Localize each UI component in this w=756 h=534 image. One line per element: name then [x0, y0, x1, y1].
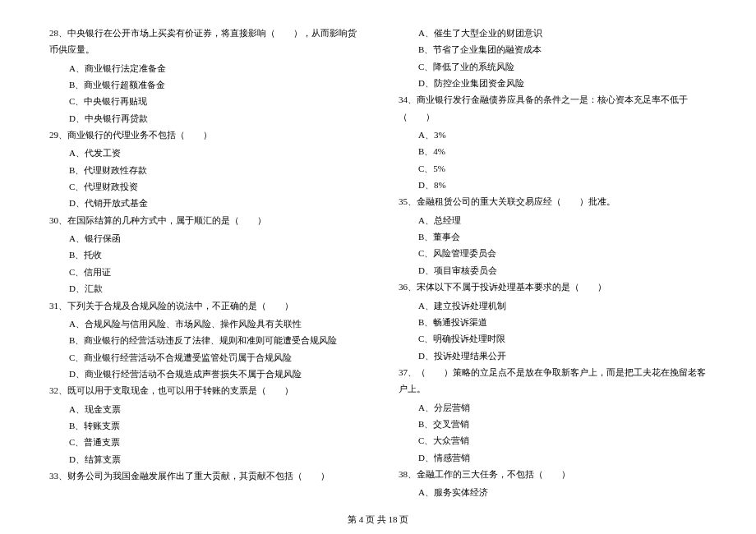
option-item: D、代销开放式基金 [49, 195, 357, 211]
option-item: A、总经理 [399, 212, 707, 228]
option-item: A、现金支票 [49, 401, 357, 417]
option-item: D、情感营销 [399, 449, 707, 466]
question-text: 37、（ ）策略的立足点不是放在争取新客户上，而是把工夫花在挽留老客户上。 [399, 364, 707, 398]
option-item: B、董事会 [399, 228, 707, 245]
exam-content: 28、中央银行在公开市场上买卖有价证券，将直接影响（ ），从而影响货币供应量。A… [49, 25, 707, 509]
option-item: B、代理财政性存款 [49, 162, 357, 178]
option-item: B、商业银行的经营活动违反了法律、规则和准则可能遭受合规风险 [49, 332, 357, 348]
question-text: 35、金融租赁公司的重大关联交易应经（ ）批准。 [399, 193, 707, 209]
option-item: B、畅通投诉渠道 [399, 314, 707, 330]
right-column: A、催生了大型企业的财团意识B、节省了企业集团的融资成本C、降低了业的系统风险D… [399, 25, 707, 509]
option-item: A、商业银行法定准备金 [49, 60, 357, 76]
option-item: B、转账支票 [49, 417, 357, 434]
option-item: D、8% [399, 177, 707, 193]
option-item: D、结算支票 [49, 451, 357, 467]
option-item: A、服务实体经济 [399, 484, 707, 500]
option-item: C、降低了业的系统风险 [399, 58, 707, 75]
question-text: 29、商业银行的代理业务不包括（ ） [49, 127, 357, 143]
option-item: D、防控企业集团资金风险 [399, 75, 707, 91]
option-item: A、代发工资 [49, 145, 357, 161]
question-text: 28、中央银行在公开市场上买卖有价证券，将直接影响（ ），从而影响货币供应量。 [49, 25, 357, 58]
question-text: 34、商业银行发行金融债券应具备的条件之一是：核心资本充足率不低于（ ） [399, 91, 707, 125]
option-item: B、节省了企业集团的融资成本 [399, 41, 707, 58]
left-column: 28、中央银行在公开市场上买卖有价证券，将直接影响（ ），从而影响货币供应量。A… [49, 25, 357, 509]
option-item: C、5% [399, 160, 707, 177]
question-label: 31、下列关于合规及合规风险的说法中，不正确的是（ ） [49, 297, 357, 314]
option-item: A、催生了大型企业的财团意识 [399, 25, 707, 41]
option-item: C、信用证 [49, 264, 357, 280]
question-text: 36、宋体以下不属于投诉处理基本要求的是（ ） [399, 279, 707, 295]
question-label: 33、财务公司为我国金融发展作出了重大贡献，其贡献不包括（ ） [49, 467, 357, 484]
option-item: B、商业银行超额准备金 [49, 76, 357, 93]
question-label: 36、宋体以下不属于投诉处理基本要求的是（ ） [399, 279, 707, 295]
option-item: C、大众营销 [399, 432, 707, 449]
option-item: A、合规风险与信用风险、市场风险、操作风险具有关联性 [49, 315, 357, 332]
option-item: D、项目审核委员会 [399, 262, 707, 279]
option-item: D、汇款 [49, 280, 357, 297]
question-label: 34、商业银行发行金融债券应具备的条件之一是：核心资本充足率不低于（ ） [399, 91, 707, 125]
question-label: 29、商业银行的代理业务不包括（ ） [49, 127, 357, 143]
option-item: C、明确投诉处理时限 [399, 330, 707, 347]
question-text: 30、在国际结算的几种方式中，属于顺汇的是（ ） [49, 212, 357, 228]
option-item: B、交叉营销 [399, 416, 707, 432]
option-item: A、分层营销 [399, 399, 707, 416]
question-label: 37、（ ）策略的立足点不是放在争取新客户上，而是把工夫花在挽留老客户上。 [399, 364, 707, 398]
option-item: A、建立投诉处理机制 [399, 297, 707, 314]
question-label: 28、中央银行在公开市场上买卖有价证券，将直接影响（ ），从而影响货币供应量。 [49, 25, 357, 58]
question-text: 32、既可以用于支取现金，也可以用于转账的支票是（ ） [49, 382, 357, 398]
option-item: C、风险管理委员会 [399, 245, 707, 261]
option-item: D、中央银行再贷款 [49, 110, 357, 127]
option-item: A、3% [399, 127, 707, 143]
option-item: C、商业银行经营活动不合规遭受监管处罚属于合规风险 [49, 349, 357, 366]
question-label: 35、金融租赁公司的重大关联交易应经（ ）批准。 [399, 193, 707, 209]
question-text: 38、金融工作的三大任务，不包括（ ） [399, 466, 707, 482]
question-text: 33、财务公司为我国金融发展作出了重大贡献，其贡献不包括（ ） [49, 467, 357, 484]
question-text: 31、下列关于合规及合规风险的说法中，不正确的是（ ） [49, 297, 357, 314]
page-footer: 第 4 页 共 18 页 [0, 513, 756, 526]
option-item: C、代理财政投资 [49, 178, 357, 195]
option-item: B、托收 [49, 246, 357, 263]
option-item: D、商业银行经营活动不合规造成声誉损失不属于合规风险 [49, 366, 357, 382]
option-item: C、中央银行再贴现 [49, 93, 357, 109]
question-label: 38、金融工作的三大任务，不包括（ ） [399, 466, 707, 482]
option-item: D、投诉处理结果公开 [399, 348, 707, 364]
option-item: A、银行保函 [49, 230, 357, 246]
question-label: 32、既可以用于支取现金，也可以用于转账的支票是（ ） [49, 382, 357, 398]
question-label: 30、在国际结算的几种方式中，属于顺汇的是（ ） [49, 212, 357, 228]
option-item: B、4% [399, 143, 707, 159]
option-item: C、普通支票 [49, 434, 357, 450]
